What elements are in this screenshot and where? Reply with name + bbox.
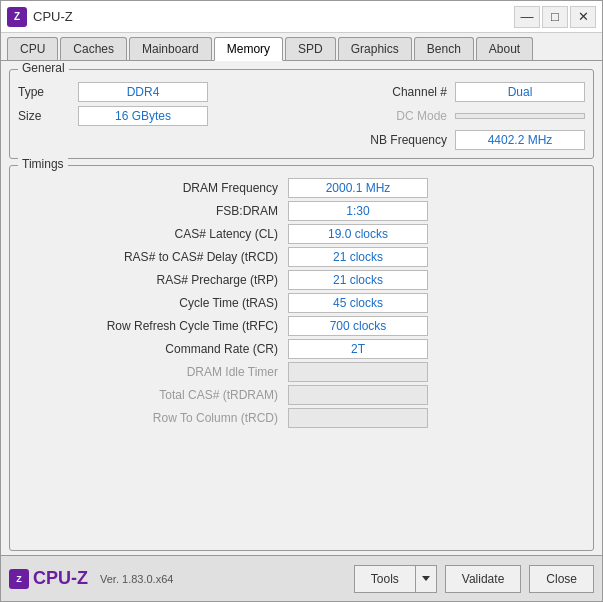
- timing-label-8: DRAM Idle Timer: [18, 365, 288, 379]
- footer-version: Ver. 1.83.0.x64: [100, 573, 173, 585]
- close-button[interactable]: ✕: [570, 6, 596, 28]
- type-label: Type: [18, 85, 78, 99]
- channel-value: Dual: [455, 82, 585, 102]
- app-icon: Z: [7, 7, 27, 27]
- dcmode-value: [455, 113, 585, 119]
- timing-value-5: 45 clocks: [288, 293, 428, 313]
- timing-value-3: 21 clocks: [288, 247, 428, 267]
- timing-value-4: 21 clocks: [288, 270, 428, 290]
- tab-memory[interactable]: Memory: [214, 37, 283, 61]
- footer-logo-icon: Z: [9, 569, 29, 589]
- table-row: Total CAS# (tRDRAM): [18, 385, 585, 405]
- footer-logo: Z CPU-Z: [9, 568, 88, 589]
- titlebar: Z CPU-Z — □ ✕: [1, 1, 602, 33]
- timing-value-0: 2000.1 MHz: [288, 178, 428, 198]
- timing-value-9: [288, 385, 428, 405]
- minimize-button[interactable]: —: [514, 6, 540, 28]
- type-value: DDR4: [78, 82, 208, 102]
- timing-label-1: FSB:DRAM: [18, 204, 288, 218]
- window-title: CPU-Z: [33, 9, 514, 24]
- table-row: Row Refresh Cycle Time (tRFC) 700 clocks: [18, 316, 585, 336]
- validate-button[interactable]: Validate: [445, 565, 521, 593]
- main-window: Z CPU-Z — □ ✕ CPU Caches Mainboard Memor…: [0, 0, 603, 602]
- timing-label-0: DRAM Frequency: [18, 181, 288, 195]
- general-group: General Type DDR4 Channel # Dual Size 1: [9, 69, 594, 159]
- tab-bar: CPU Caches Mainboard Memory SPD Graphics…: [1, 33, 602, 61]
- dcmode-label: DC Mode: [365, 109, 455, 123]
- footer-logo-text: CPU-Z: [33, 568, 88, 589]
- chevron-down-icon: [422, 576, 430, 581]
- timing-value-2: 19.0 clocks: [288, 224, 428, 244]
- timings-title: Timings: [18, 157, 68, 171]
- timings-grid: DRAM Frequency 2000.1 MHz FSB:DRAM 1:30 …: [18, 178, 585, 428]
- timing-value-7: 2T: [288, 339, 428, 359]
- tab-bench[interactable]: Bench: [414, 37, 474, 60]
- table-row: DRAM Frequency 2000.1 MHz: [18, 178, 585, 198]
- tab-graphics[interactable]: Graphics: [338, 37, 412, 60]
- timing-label-6: Row Refresh Cycle Time (tRFC): [18, 319, 288, 333]
- nbfreq-value: 4402.2 MHz: [455, 130, 585, 150]
- channel-label: Channel #: [365, 85, 455, 99]
- table-row: FSB:DRAM 1:30: [18, 201, 585, 221]
- table-row: RAS# to CAS# Delay (tRCD) 21 clocks: [18, 247, 585, 267]
- timing-label-4: RAS# Precharge (tRP): [18, 273, 288, 287]
- tools-button[interactable]: Tools: [354, 565, 416, 593]
- timing-value-6: 700 clocks: [288, 316, 428, 336]
- nbfreq-label: NB Frequency: [365, 133, 455, 147]
- main-content: General Type DDR4 Channel # Dual Size 1: [1, 61, 602, 555]
- tab-spd[interactable]: SPD: [285, 37, 336, 60]
- tab-caches[interactable]: Caches: [60, 37, 127, 60]
- timing-label-2: CAS# Latency (CL): [18, 227, 288, 241]
- timing-value-8: [288, 362, 428, 382]
- tab-mainboard[interactable]: Mainboard: [129, 37, 212, 60]
- table-row: RAS# Precharge (tRP) 21 clocks: [18, 270, 585, 290]
- timing-label-5: Cycle Time (tRAS): [18, 296, 288, 310]
- footer: Z CPU-Z Ver. 1.83.0.x64 Tools Validate C…: [1, 555, 602, 601]
- size-label: Size: [18, 109, 78, 123]
- tab-about[interactable]: About: [476, 37, 533, 60]
- tab-cpu[interactable]: CPU: [7, 37, 58, 60]
- timing-label-10: Row To Column (tRCD): [18, 411, 288, 425]
- table-row: Row To Column (tRCD): [18, 408, 585, 428]
- tools-dropdown-button[interactable]: [416, 565, 437, 593]
- table-row: Command Rate (CR) 2T: [18, 339, 585, 359]
- general-title: General: [18, 61, 69, 75]
- close-footer-button[interactable]: Close: [529, 565, 594, 593]
- maximize-button[interactable]: □: [542, 6, 568, 28]
- size-value: 16 GBytes: [78, 106, 208, 126]
- table-row: DRAM Idle Timer: [18, 362, 585, 382]
- timings-group: Timings DRAM Frequency 2000.1 MHz FSB:DR…: [9, 165, 594, 551]
- timing-label-9: Total CAS# (tRDRAM): [18, 388, 288, 402]
- timing-value-1: 1:30: [288, 201, 428, 221]
- tools-button-group: Tools: [354, 565, 437, 593]
- timing-label-3: RAS# to CAS# Delay (tRCD): [18, 250, 288, 264]
- timing-value-10: [288, 408, 428, 428]
- table-row: CAS# Latency (CL) 19.0 clocks: [18, 224, 585, 244]
- timing-label-7: Command Rate (CR): [18, 342, 288, 356]
- window-controls: — □ ✕: [514, 6, 596, 28]
- table-row: Cycle Time (tRAS) 45 clocks: [18, 293, 585, 313]
